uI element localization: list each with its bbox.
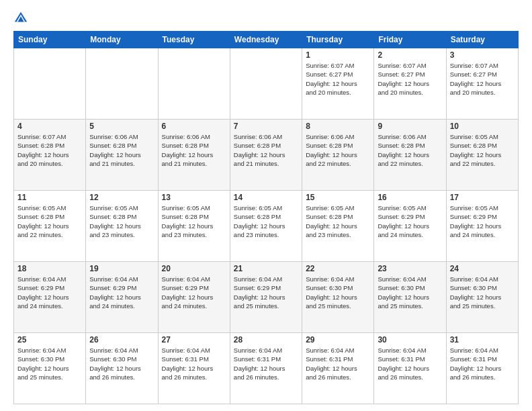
calendar-cell: 3Sunrise: 6:07 AM Sunset: 6:27 PM Daylig… (446, 48, 518, 120)
day-info: Sunrise: 6:05 AM Sunset: 6:28 PM Dayligh… (162, 203, 226, 239)
calendar-cell: 5Sunrise: 6:06 AM Sunset: 6:28 PM Daylig… (86, 120, 158, 191)
calendar-cell: 13Sunrise: 6:05 AM Sunset: 6:28 PM Dayli… (158, 191, 230, 262)
calendar-cell: 25Sunrise: 6:04 AM Sunset: 6:30 PM Dayli… (14, 333, 86, 404)
day-number: 11 (17, 193, 82, 202)
day-number: 4 (17, 122, 82, 131)
day-info: Sunrise: 6:06 AM Sunset: 6:28 PM Dayligh… (89, 132, 154, 168)
day-info: Sunrise: 6:07 AM Sunset: 6:27 PM Dayligh… (450, 61, 515, 97)
day-info: Sunrise: 6:05 AM Sunset: 6:28 PM Dayligh… (89, 203, 154, 239)
day-number: 13 (162, 193, 226, 202)
day-number: 21 (234, 264, 298, 273)
calendar-cell: 26Sunrise: 6:04 AM Sunset: 6:30 PM Dayli… (86, 333, 158, 404)
calendar-cell: 22Sunrise: 6:04 AM Sunset: 6:30 PM Dayli… (302, 262, 374, 333)
day-number: 23 (378, 264, 442, 273)
calendar-cell: 18Sunrise: 6:04 AM Sunset: 6:29 PM Dayli… (14, 262, 86, 333)
day-number: 9 (378, 122, 442, 131)
day-info: Sunrise: 6:04 AM Sunset: 6:30 PM Dayligh… (89, 346, 154, 381)
calendar-cell: 17Sunrise: 6:05 AM Sunset: 6:29 PM Dayli… (446, 191, 518, 262)
calendar-cell: 9Sunrise: 6:06 AM Sunset: 6:28 PM Daylig… (374, 120, 446, 191)
day-number: 16 (378, 193, 442, 202)
day-info: Sunrise: 6:04 AM Sunset: 6:31 PM Dayligh… (306, 346, 370, 381)
day-info: Sunrise: 6:04 AM Sunset: 6:30 PM Dayligh… (450, 275, 515, 310)
day-number: 24 (450, 264, 515, 273)
day-info: Sunrise: 6:05 AM Sunset: 6:28 PM Dayligh… (234, 203, 298, 239)
calendar-cell: 1Sunrise: 6:07 AM Sunset: 6:27 PM Daylig… (302, 48, 374, 120)
calendar-cell: 7Sunrise: 6:06 AM Sunset: 6:28 PM Daylig… (230, 120, 302, 191)
day-info: Sunrise: 6:05 AM Sunset: 6:28 PM Dayligh… (450, 132, 515, 168)
calendar-cell: 15Sunrise: 6:05 AM Sunset: 6:28 PM Dayli… (302, 191, 374, 262)
day-info: Sunrise: 6:06 AM Sunset: 6:28 PM Dayligh… (378, 132, 442, 168)
day-number: 22 (306, 264, 370, 273)
day-info: Sunrise: 6:04 AM Sunset: 6:29 PM Dayligh… (89, 275, 154, 310)
calendar-cell: 23Sunrise: 6:04 AM Sunset: 6:30 PM Dayli… (374, 262, 446, 333)
day-number: 8 (306, 122, 370, 131)
day-number: 18 (17, 264, 82, 273)
day-number: 1 (306, 50, 370, 60)
day-number: 15 (306, 193, 370, 202)
day-info: Sunrise: 6:05 AM Sunset: 6:28 PM Dayligh… (306, 203, 370, 239)
calendar-cell: 8Sunrise: 6:06 AM Sunset: 6:28 PM Daylig… (302, 120, 374, 191)
day-info: Sunrise: 6:04 AM Sunset: 6:29 PM Dayligh… (234, 275, 298, 310)
day-number: 25 (17, 335, 82, 345)
weekday-header-monday: Monday (86, 32, 158, 48)
weekday-header-wednesday: Wednesday (230, 32, 302, 48)
day-number: 14 (234, 193, 298, 202)
day-number: 26 (89, 335, 154, 345)
calendar-cell (230, 48, 302, 120)
day-number: 30 (378, 335, 442, 345)
day-number: 28 (234, 335, 298, 345)
day-info: Sunrise: 6:06 AM Sunset: 6:28 PM Dayligh… (234, 132, 298, 168)
day-info: Sunrise: 6:07 AM Sunset: 6:27 PM Dayligh… (306, 61, 370, 97)
calendar-cell: 19Sunrise: 6:04 AM Sunset: 6:29 PM Dayli… (86, 262, 158, 333)
day-number: 2 (378, 50, 442, 60)
weekday-header-sunday: Sunday (14, 32, 86, 48)
day-number: 27 (162, 335, 226, 345)
day-info: Sunrise: 6:04 AM Sunset: 6:29 PM Dayligh… (162, 275, 226, 310)
day-number: 12 (89, 193, 154, 202)
day-info: Sunrise: 6:05 AM Sunset: 6:29 PM Dayligh… (378, 203, 442, 239)
day-number: 19 (89, 264, 154, 273)
day-number: 7 (234, 122, 298, 131)
day-number: 5 (89, 122, 154, 131)
calendar-cell: 21Sunrise: 6:04 AM Sunset: 6:29 PM Dayli… (230, 262, 302, 333)
calendar-cell: 27Sunrise: 6:04 AM Sunset: 6:31 PM Dayli… (158, 333, 230, 404)
weekday-header-thursday: Thursday (302, 32, 374, 48)
day-info: Sunrise: 6:04 AM Sunset: 6:31 PM Dayligh… (234, 346, 298, 381)
calendar-cell: 16Sunrise: 6:05 AM Sunset: 6:29 PM Dayli… (374, 191, 446, 262)
day-info: Sunrise: 6:05 AM Sunset: 6:29 PM Dayligh… (450, 203, 515, 239)
calendar-cell: 24Sunrise: 6:04 AM Sunset: 6:30 PM Dayli… (446, 262, 518, 333)
calendar-week-row: 18Sunrise: 6:04 AM Sunset: 6:29 PM Dayli… (14, 262, 519, 333)
day-info: Sunrise: 6:06 AM Sunset: 6:28 PM Dayligh… (306, 132, 370, 168)
weekday-header-saturday: Saturday (446, 32, 518, 48)
day-number: 17 (450, 193, 515, 202)
day-info: Sunrise: 6:04 AM Sunset: 6:30 PM Dayligh… (17, 346, 82, 381)
day-info: Sunrise: 6:05 AM Sunset: 6:28 PM Dayligh… (17, 203, 82, 239)
calendar-cell: 31Sunrise: 6:04 AM Sunset: 6:31 PM Dayli… (446, 333, 518, 404)
day-info: Sunrise: 6:04 AM Sunset: 6:31 PM Dayligh… (162, 346, 226, 381)
calendar-week-row: 25Sunrise: 6:04 AM Sunset: 6:30 PM Dayli… (14, 333, 519, 404)
calendar-cell: 2Sunrise: 6:07 AM Sunset: 6:27 PM Daylig… (374, 48, 446, 120)
calendar-cell: 14Sunrise: 6:05 AM Sunset: 6:28 PM Dayli… (230, 191, 302, 262)
calendar-cell (158, 48, 230, 120)
day-number: 20 (162, 264, 226, 273)
day-number: 10 (450, 122, 515, 131)
weekday-header-tuesday: Tuesday (158, 32, 230, 48)
calendar-table: SundayMondayTuesdayWednesdayThursdayFrid… (13, 31, 519, 404)
day-info: Sunrise: 6:04 AM Sunset: 6:31 PM Dayligh… (378, 346, 442, 381)
logo (13, 11, 31, 26)
calendar-cell: 10Sunrise: 6:05 AM Sunset: 6:28 PM Dayli… (446, 120, 518, 191)
calendar-week-row: 4Sunrise: 6:07 AM Sunset: 6:28 PM Daylig… (14, 120, 519, 191)
day-info: Sunrise: 6:06 AM Sunset: 6:28 PM Dayligh… (162, 132, 226, 168)
day-info: Sunrise: 6:04 AM Sunset: 6:29 PM Dayligh… (17, 275, 82, 310)
calendar-cell: 28Sunrise: 6:04 AM Sunset: 6:31 PM Dayli… (230, 333, 302, 404)
page: SundayMondayTuesdayWednesdayThursdayFrid… (0, 0, 532, 411)
day-info: Sunrise: 6:04 AM Sunset: 6:30 PM Dayligh… (378, 275, 442, 310)
logo-icon (13, 11, 28, 26)
calendar-cell: 11Sunrise: 6:05 AM Sunset: 6:28 PM Dayli… (14, 191, 86, 262)
calendar-cell: 12Sunrise: 6:05 AM Sunset: 6:28 PM Dayli… (86, 191, 158, 262)
calendar-cell: 6Sunrise: 6:06 AM Sunset: 6:28 PM Daylig… (158, 120, 230, 191)
weekday-header-row: SundayMondayTuesdayWednesdayThursdayFrid… (14, 32, 519, 48)
day-info: Sunrise: 6:07 AM Sunset: 6:27 PM Dayligh… (378, 61, 442, 97)
calendar-cell: 29Sunrise: 6:04 AM Sunset: 6:31 PM Dayli… (302, 333, 374, 404)
day-info: Sunrise: 6:04 AM Sunset: 6:31 PM Dayligh… (450, 346, 515, 381)
